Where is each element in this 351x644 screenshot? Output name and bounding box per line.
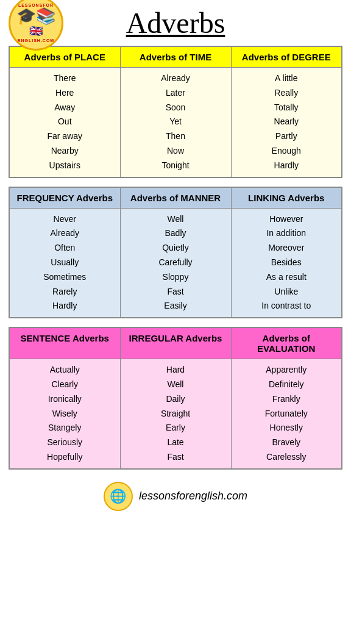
logo-bottom-text: English.com xyxy=(18,38,54,43)
section1-header-row: Adverbs of PLACE Adverbs of TIME Adverbs… xyxy=(9,46,342,68)
section1-col1-header: Adverbs of PLACE xyxy=(9,46,120,68)
section1-col3-header: Adverbs of DEGREE xyxy=(231,46,342,68)
section3-col1-header: SENTENCE Adverbs xyxy=(9,327,120,359)
section2-col3-header: LINKING Adverbs xyxy=(231,187,342,209)
section3-col2-header: IRREGULAR Adverbs xyxy=(120,327,231,359)
table-row: There Here Away Out Far away Nearby Upst… xyxy=(9,68,342,177)
table-row: Actually Clearly Ironically Wisely Stang… xyxy=(9,359,342,469)
section2-header-row: FREQUENCY Adverbs Adverbs of MANNER LINK… xyxy=(9,187,342,209)
list-item: Hard Well Daily Straight Early Late Fast xyxy=(120,359,231,469)
header: LessonsFor 🎓📚 🇬🇧 English.com Adverbs xyxy=(9,6,342,40)
list-item: Never Already Often Usually Sometimes Ra… xyxy=(9,208,120,318)
logo-flag: 🇬🇧 xyxy=(29,24,43,38)
table-row: Never Already Often Usually Sometimes Ra… xyxy=(9,208,342,318)
list-item: There Here Away Out Far away Nearby Upst… xyxy=(9,68,120,177)
section3-table: SENTENCE Adverbs IRREGULAR Adverbs Adver… xyxy=(9,327,342,470)
section1-table: Adverbs of PLACE Adverbs of TIME Adverbs… xyxy=(9,46,342,178)
footer: 🌐 lessonsforenglish.com xyxy=(104,482,247,511)
logo-icon: 🎓📚 xyxy=(16,8,55,24)
list-item: A little Really Totally Nearly Partly En… xyxy=(231,68,342,177)
list-item: Already Later Soon Yet Then Now Tonight xyxy=(120,68,231,177)
list-item: Actually Clearly Ironically Wisely Stang… xyxy=(9,359,120,469)
section3-header-row: SENTENCE Adverbs IRREGULAR Adverbs Adver… xyxy=(9,327,342,359)
list-item: However In addition Moreover Besides As … xyxy=(231,208,342,318)
section3-col3-header: Adverbs of EVALUATION xyxy=(231,327,342,359)
section1-col2-header: Adverbs of TIME xyxy=(120,46,231,68)
section2-col1-header: FREQUENCY Adverbs xyxy=(9,187,120,209)
page-title: Adverbs xyxy=(126,6,225,40)
footer-logo: 🌐 xyxy=(104,482,133,511)
section2-table: FREQUENCY Adverbs Adverbs of MANNER LINK… xyxy=(9,187,342,319)
list-item: Well Badly Quietly Carefully Sloppy Fast… xyxy=(120,208,231,318)
logo: LessonsFor 🎓📚 🇬🇧 English.com xyxy=(9,0,63,51)
section2-col2-header: Adverbs of MANNER xyxy=(120,187,231,209)
list-item: Apparently Definitely Frankly Fortunatel… xyxy=(231,359,342,469)
footer-url: lessonsforenglish.com xyxy=(139,490,247,503)
